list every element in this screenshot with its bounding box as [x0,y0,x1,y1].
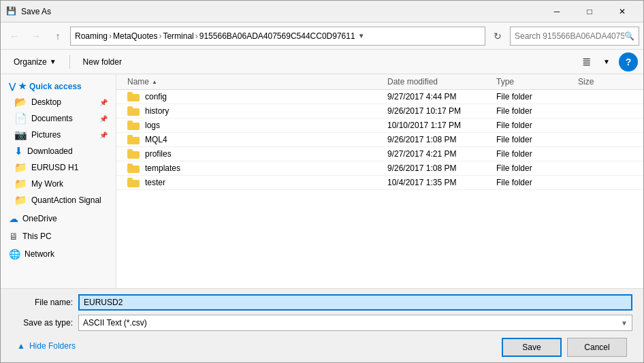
eurusd-folder-icon: 📁 [14,161,27,174]
folder-icon [127,106,140,116]
save-label: Save [522,343,541,352]
table-row[interactable]: templates 9/26/2017 1:08 PM File folder [116,161,643,176]
filename-input[interactable] [78,294,632,311]
savetype-value: ASCII Text (*.csv) [83,318,147,328]
cancel-button[interactable]: Cancel [567,338,627,357]
column-header-date[interactable]: Date modified [387,77,496,86]
file-type: File folder [496,149,578,159]
forward-button[interactable]: → [27,27,46,46]
sidebar-item-desktop[interactable]: 📂 Desktop 📌 [1,94,116,110]
close-button[interactable]: ✕ [607,2,638,21]
file-name: history [145,106,169,116]
quick-access-header[interactable]: ⋁ ★ Quick access [1,78,116,94]
table-row[interactable]: MQL4 9/26/2017 1:08 PM File folder [116,133,643,147]
search-icon: 🔍 [624,31,634,41]
file-date: 9/27/2017 4:21 PM [387,149,496,159]
breadcrumb[interactable]: Roaming › MetaQuotes › Terminal › 915566… [70,27,485,46]
view-dropdown-button[interactable]: ▼ [597,52,616,72]
toolbar: Organize ▼ New folder ≣ ▼ ? [1,50,643,74]
sidebar-item-onedrive[interactable]: ☁ OneDrive [1,211,116,226]
sidebar-item-pictures[interactable]: 📷 Pictures 📌 [1,127,116,143]
sidebar-item-documents-label: Documents [31,114,73,123]
col-name-label: Name [127,77,149,86]
hide-folders-chevron-icon: ▲ [17,341,25,351]
sidebar-item-thispc[interactable]: 🖥 This PC [1,229,116,244]
search-input[interactable] [515,31,624,41]
table-row[interactable]: logs 10/10/2017 1:17 PM File folder [116,119,643,133]
file-name: tester [145,178,165,187]
work-folder-icon: 📁 [14,178,27,190]
table-row[interactable]: profiles 9/27/2017 4:21 PM File folder [116,147,643,161]
quick-access-chevron-icon: ⋁ [9,82,16,91]
network-section: 🌐 Network [1,247,116,262]
search-box[interactable]: 🔍 [510,27,639,46]
maximize-button[interactable]: □ [574,2,605,21]
network-icon: 🌐 [9,249,20,259]
folder-icon [127,149,140,159]
documents-folder-icon: 📄 [14,112,27,125]
thispc-section: 🖥 This PC [1,229,116,244]
col-date-label: Date modified [387,77,438,86]
file-type: File folder [496,121,578,130]
sidebar-item-network[interactable]: 🌐 Network [1,247,116,262]
column-header-type[interactable]: Type [496,77,578,86]
desktop-folder-icon: 📂 [14,96,27,108]
sidebar-item-pictures-label: Pictures [31,130,61,140]
refresh-button[interactable]: ↻ [488,27,507,46]
sidebar-item-downloaded[interactable]: ⬇ Downloaded [1,143,116,159]
sidebar-item-desktop-label: Desktop [31,97,61,107]
cancel-label: Cancel [584,343,609,352]
savetype-label: Save as type: [12,318,73,328]
status-bar: ▲ Hide Folders Save Cancel [12,335,632,357]
breadcrumb-sep-1: › [159,31,161,41]
breadcrumb-item-2: Terminal [163,31,193,41]
file-type: File folder [496,106,578,116]
quantaction-folder-icon: 📁 [14,194,27,206]
table-row[interactable]: tester 10/4/2017 1:35 PM File folder [116,176,643,190]
sidebar-item-documents[interactable]: 📄 Documents 📌 [1,110,116,127]
breadcrumb-sep-2: › [195,31,198,41]
breadcrumb-dropdown-button[interactable]: ▼ [355,30,368,42]
folder-icon [127,121,140,130]
file-date: 9/27/2017 4:44 PM [387,92,496,101]
file-name: templates [145,163,180,173]
organize-button[interactable]: Organize ▼ [6,52,64,72]
sort-arrow-icon: ▲ [152,79,157,85]
file-rows-container: config 9/27/2017 4:44 PM File folder his… [116,90,643,190]
hide-folders-button[interactable]: ▲ Hide Folders [17,338,76,353]
sidebar-item-eurusd-label: EURUSD H1 [31,163,78,172]
quick-access-label: Quick access [29,82,82,91]
up-button[interactable]: ↑ [48,27,67,46]
table-row[interactable]: history 9/26/2017 10:17 PM File folder [116,104,643,119]
back-button[interactable]: ← [5,27,24,46]
breadcrumb-item-1: MetaQuotes [113,31,157,41]
sidebar-item-eurusd[interactable]: 📁 EURUSD H1 [1,159,116,176]
file-type: File folder [496,178,578,187]
table-row[interactable]: config 9/27/2017 4:44 PM File folder [116,90,643,104]
quick-access-section: ⋁ ★ Quick access 📂 Desktop 📌 📄 Documents… [1,78,116,208]
file-name-cell: profiles [127,149,387,159]
bottom-buttons: Save Cancel [502,335,627,357]
column-header-name[interactable]: Name ▲ [127,77,387,86]
quick-access-star-icon: ★ [18,81,27,91]
column-header-size[interactable]: Size [578,77,632,86]
file-name-cell: MQL4 [127,135,387,144]
save-button[interactable]: Save [502,338,562,357]
file-name: config [145,92,167,101]
bottom-panel: File name: Save as type: ASCII Text (*.c… [1,288,643,362]
file-name-cell: tester [127,178,387,187]
help-button[interactable]: ? [619,52,638,72]
pc-icon: 🖥 [9,231,18,242]
sidebar-item-quantaction-label: QuantAction Signal [31,195,101,205]
savetype-select[interactable]: ASCII Text (*.csv) ▼ [78,315,632,331]
sidebar-item-quantaction[interactable]: 📁 QuantAction Signal [1,192,116,208]
view-toggle-button[interactable]: ≣ [577,52,596,72]
minimize-button[interactable]: ─ [541,2,573,21]
file-date: 10/4/2017 1:35 PM [387,178,496,187]
new-folder-button[interactable]: New folder [76,52,129,72]
sidebar-item-mywork[interactable]: 📁 My Work [1,176,116,192]
dialog-icon: 💾 [6,6,17,17]
view-options: ≣ ▼ [577,52,616,72]
address-bar: ← → ↑ Roaming › MetaQuotes › Terminal › … [1,22,643,50]
file-name-cell: logs [127,121,387,130]
